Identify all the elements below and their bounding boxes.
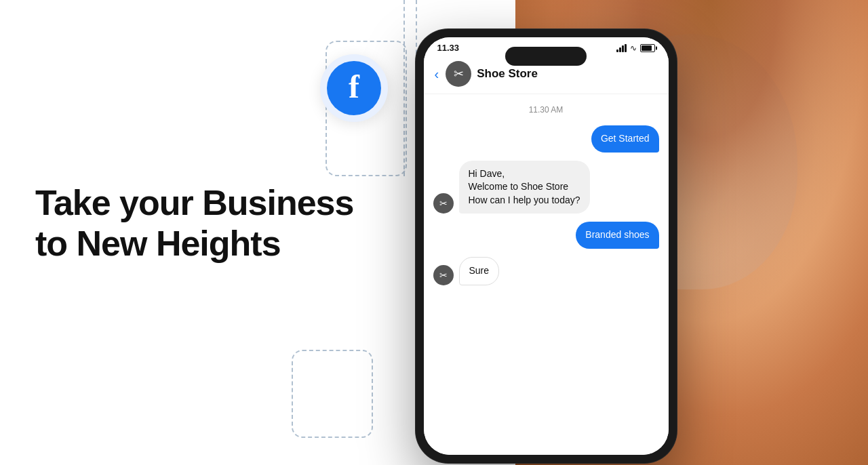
chat-screen: 11.33 ∿ bbox=[424, 37, 669, 455]
wifi-icon: ∿ bbox=[630, 43, 637, 53]
message-bubble-greeting: Hi Dave,Welcome to Shoe StoreHow can I h… bbox=[459, 161, 590, 214]
chat-avatar: ✂ bbox=[446, 61, 471, 87]
message-bubble-get-started: Get Started bbox=[591, 125, 659, 153]
headline-section: Take your Business to New Heights bbox=[35, 183, 353, 264]
dynamic-island bbox=[505, 47, 587, 66]
status-icons: ∿ bbox=[616, 43, 655, 53]
facebook-icon-bubble: f bbox=[320, 54, 388, 122]
message-text-1: Get Started bbox=[601, 133, 650, 144]
message-row-4: ✂ Sure bbox=[433, 257, 659, 285]
message-text-3: Branded shoes bbox=[585, 229, 649, 240]
phone-wrapper: 11.33 ∿ bbox=[390, 0, 702, 465]
headline-line2: to New Heights bbox=[35, 224, 281, 263]
bot-avatar-1: ✂ bbox=[433, 193, 454, 214]
chat-title: Shoe Store bbox=[477, 67, 538, 81]
facebook-f-letter: f bbox=[349, 70, 359, 106]
bot-avatar-scissors-1: ✂ bbox=[439, 198, 448, 209]
headline-text: Take your Business to New Heights bbox=[35, 183, 353, 264]
status-time: 11.33 bbox=[437, 43, 460, 53]
message-bubble-branded-shoes: Branded shoes bbox=[576, 222, 658, 249]
back-button[interactable]: ‹ bbox=[435, 66, 439, 82]
signal-bar-4 bbox=[625, 44, 627, 52]
message-row-1: Get Started bbox=[433, 125, 659, 153]
battery-icon bbox=[640, 44, 655, 52]
signal-bar-2 bbox=[619, 47, 621, 52]
phone-screen: 11.33 ∿ bbox=[424, 37, 669, 455]
signal-bar-1 bbox=[616, 49, 618, 52]
message-text-2: Hi Dave,Welcome to Shoe StoreHow can I h… bbox=[469, 168, 580, 205]
signal-bar-3 bbox=[622, 45, 624, 52]
battery-fill bbox=[642, 45, 652, 51]
chat-timestamp: 11.30 AM bbox=[433, 105, 659, 115]
bot-avatar-2: ✂ bbox=[433, 265, 454, 285]
status-bar: 11.33 ∿ bbox=[424, 37, 669, 56]
bot-avatar-scissors-2: ✂ bbox=[439, 270, 448, 281]
message-bubble-sure: Sure bbox=[459, 257, 500, 285]
signal-bars-icon bbox=[616, 44, 627, 52]
phone-bottom-fade bbox=[432, 406, 660, 447]
dashed-decoration-bottom bbox=[292, 350, 373, 438]
phone-mockup: 11.33 ∿ bbox=[416, 29, 677, 463]
chat-body: 11.30 AM Get Started ✂ Hi Dave,Welco bbox=[424, 94, 669, 455]
message-text-4: Sure bbox=[469, 265, 490, 276]
headline-line1: Take your Business bbox=[35, 183, 353, 222]
message-row-2: ✂ Hi Dave,Welcome to Shoe StoreHow can I… bbox=[433, 161, 659, 214]
facebook-icon-inner: f bbox=[327, 61, 381, 115]
avatar-scissors-icon: ✂ bbox=[454, 66, 464, 81]
message-row-3: Branded shoes bbox=[433, 222, 659, 249]
